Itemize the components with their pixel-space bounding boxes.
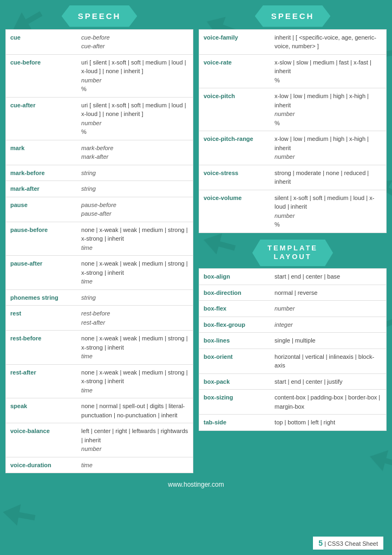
page-wrapper: SPEECH cuecue-beforecue-aftercue-beforeu… — [0, 0, 392, 555]
page-label: CSS3 Cheat Sheet — [328, 540, 378, 547]
right-speech-table-wrapper: voice-familyinherit | [ <specific-voice,… — [199, 29, 387, 233]
property-cell: voice-family — [199, 30, 270, 55]
table-row: box-packstart | end | center | justify — [199, 373, 386, 390]
property-cell: cue-before — [6, 54, 77, 97]
value-cell: x-low | low | medium | high | x-high | i… — [270, 88, 386, 131]
property-cell: box-lines — [199, 333, 270, 349]
property-cell: mark — [6, 140, 77, 165]
value-cell: string — [77, 181, 193, 197]
footer: www.hostinger.com — [5, 476, 387, 493]
table-row: rest-afternone | x-weak | weak | medium … — [6, 364, 193, 398]
property-cell: box-flex-group — [199, 317, 270, 333]
page-number-box: 5 | CSS3 Cheat Sheet — [313, 537, 383, 550]
value-cell: string — [77, 289, 193, 306]
table-row: mark-beforestring — [6, 165, 193, 181]
property-cell: mark-after — [6, 181, 77, 197]
value-cell: single | multiple — [270, 333, 386, 349]
table-row: restrest-beforerest-after — [6, 306, 193, 331]
table-row: pause-afternone | x-weak | weak | medium… — [6, 256, 193, 290]
template-layout-header: TEMPLATE LAYOUT — [252, 240, 333, 267]
template-header-container: TEMPLATE LAYOUT — [199, 240, 387, 267]
value-cell: normal | reverse — [270, 285, 386, 301]
property-cell: cue — [6, 30, 77, 55]
table-row: voice-familyinherit | [ <specific-voice,… — [199, 30, 386, 55]
property-cell: pause — [6, 197, 77, 222]
table-row: mark-afterstring — [6, 181, 193, 197]
property-cell: box-orient — [199, 349, 270, 373]
table-row: box-orienthorizontal | vertical | inline… — [199, 349, 386, 373]
property-cell: cue-after — [6, 97, 77, 140]
right-column: SPEECH voice-familyinherit | [ <specific… — [199, 5, 387, 473]
value-cell: top | bottom | left | right — [270, 415, 386, 430]
table-row: voice-pitchx-low | low | medium | high |… — [199, 88, 386, 131]
table-row: speaknone | normal | spell-out | digits … — [6, 398, 193, 423]
property-cell: voice-balance — [6, 423, 77, 457]
value-cell: integer — [270, 317, 386, 333]
left-table: cuecue-beforecue-aftercue-beforeuri [ si… — [6, 30, 193, 473]
value-cell: pause-beforepause-after — [77, 197, 193, 222]
property-cell: box-sizing — [199, 390, 270, 415]
table-row: cue-afteruri [ silent | x-soft | soft | … — [6, 97, 193, 140]
value-cell: number — [270, 301, 386, 317]
table-row: voice-durationtime — [6, 457, 193, 473]
property-cell: phonemes string — [6, 289, 77, 306]
right-speech-header-container: SPEECH — [199, 5, 387, 27]
table-row: box-directionnormal | reverse — [199, 285, 386, 301]
table-row: markmark-beforemark-after — [6, 140, 193, 165]
table-row: box-linessingle | multiple — [199, 333, 386, 349]
value-cell: horizontal | vertical | inlineaxis | blo… — [270, 349, 386, 373]
table-row: pausepause-beforepause-after — [6, 197, 193, 222]
template-table-wrapper: box-alignstart | end | center | basebox-… — [199, 268, 387, 431]
value-cell: inherit | [ <specific-voice, age, generi… — [270, 30, 386, 55]
table-row: cuecue-beforecue-after — [6, 30, 193, 55]
property-cell: voice-duration — [6, 457, 77, 473]
value-cell: start | end | center | base — [270, 269, 386, 285]
property-cell: voice-rate — [199, 54, 270, 88]
value-cell: content-box | padding-box | border-box |… — [270, 390, 386, 415]
property-cell: box-align — [199, 269, 270, 285]
property-cell: mark-before — [6, 165, 77, 181]
value-cell: rest-beforerest-after — [77, 306, 193, 331]
value-cell: strong | moderate | none | reduced | inh… — [270, 165, 386, 190]
table-row: box-flexnumber — [199, 301, 386, 317]
value-cell: x-slow | slow | medium | fast | x-fast |… — [270, 54, 386, 88]
svg-marker-5 — [1, 501, 37, 528]
left-header-container: SPEECH — [5, 5, 193, 27]
table-row: box-alignstart | end | center | base — [199, 269, 386, 285]
template-title-line2: LAYOUT — [273, 253, 311, 261]
value-cell: silent | x-soft | soft | medium | loud |… — [270, 190, 386, 233]
property-cell: pause-after — [6, 256, 77, 290]
table-row: voice-pitch-rangex-low | low | medium | … — [199, 131, 386, 165]
value-cell: mark-beforemark-after — [77, 140, 193, 165]
property-cell: speak — [6, 398, 77, 423]
value-cell: none | x-weak | weak | medium | strong |… — [77, 256, 193, 290]
table-row: box-flex-groupinteger — [199, 317, 386, 333]
table-row: phonemes stringstring — [6, 289, 193, 306]
property-cell: rest — [6, 306, 77, 331]
right-speech-table: voice-familyinherit | [ <specific-voice,… — [199, 30, 386, 233]
value-cell: cue-beforecue-after — [77, 30, 193, 55]
table-row: voice-balanceleft | center | right | lef… — [6, 423, 193, 457]
right-speech-header: SPEECH — [255, 5, 331, 27]
value-cell: none | x-weak | weak | medium | strong |… — [77, 331, 193, 365]
table-row: voice-ratex-slow | slow | medium | fast … — [199, 54, 386, 88]
table-row: tab-sidetop | bottom | left | right — [199, 415, 386, 430]
property-cell: tab-side — [199, 415, 270, 430]
property-cell: box-direction — [199, 285, 270, 301]
template-title-line1: TEMPLATE — [267, 244, 318, 252]
value-cell: none | normal | spell-out | digits | lit… — [77, 398, 193, 423]
property-cell: box-pack — [199, 373, 270, 390]
value-cell: time — [77, 457, 193, 473]
table-row: voice-volumesilent | x-soft | soft | med… — [199, 190, 386, 233]
left-header-title: SPEECH — [78, 11, 121, 21]
value-cell: none | x-weak | weak | medium | strong |… — [77, 222, 193, 256]
value-cell: x-low | low | medium | high | x-high | i… — [270, 131, 386, 165]
property-cell: pause-before — [6, 222, 77, 256]
property-cell: rest-after — [6, 364, 77, 398]
property-cell: rest-before — [6, 331, 77, 365]
value-cell: uri [ silent | x-soft | soft | medium | … — [77, 97, 193, 140]
table-row: voice-stressstrong | moderate | none | r… — [199, 165, 386, 190]
table-row: pause-beforenone | x-weak | weak | mediu… — [6, 222, 193, 256]
page-number: 5 — [318, 539, 323, 547]
property-cell: voice-pitch — [199, 88, 270, 131]
